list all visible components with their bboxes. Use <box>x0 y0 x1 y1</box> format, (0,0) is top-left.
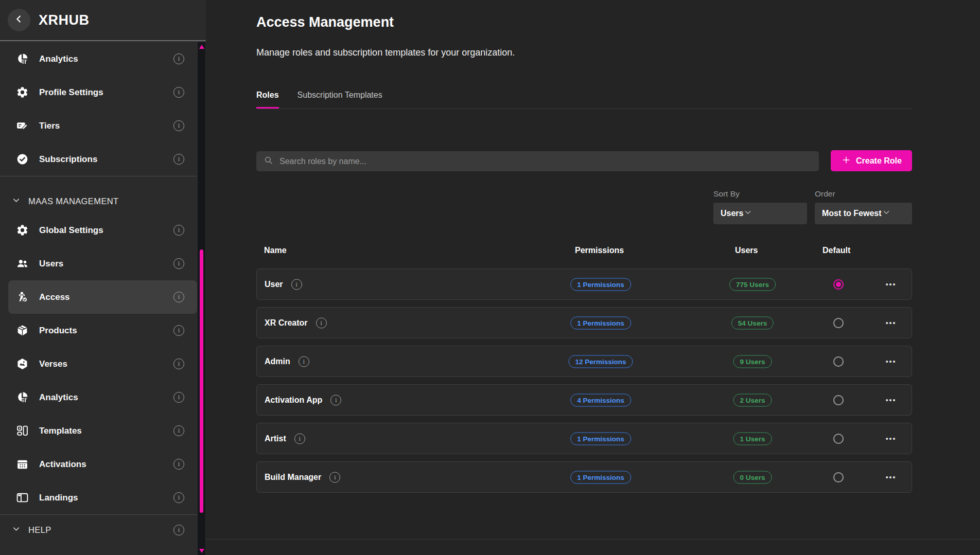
column-header-default: Default <box>822 246 850 255</box>
sidebar-section-maas-management[interactable]: MAAS MANAGEMENT <box>0 189 197 213</box>
users-badge[interactable]: 54 Users <box>731 316 774 329</box>
ellipsis-icon[interactable] <box>886 473 897 481</box>
order-dropdown[interactable]: Most to Fewest <box>815 203 912 224</box>
sidebar-item-analytics-maas[interactable]: Analytics <box>0 381 197 414</box>
sidebar-section-help[interactable]: HELP <box>0 515 197 545</box>
default-radio[interactable] <box>833 472 844 482</box>
permissions-badge[interactable]: 1 Permissions <box>570 316 631 329</box>
sidebar-item-templates[interactable]: Templates <box>0 414 197 447</box>
info-icon[interactable] <box>173 292 184 302</box>
ellipsis-icon[interactable] <box>886 357 897 366</box>
permissions-badge[interactable]: 4 Permissions <box>570 393 631 406</box>
info-icon[interactable] <box>173 392 184 403</box>
table-row: XR Creator 1 Permissions 54 Users <box>256 307 912 338</box>
table-row: Admin 12 Permissions 9 Users <box>256 346 912 377</box>
sidebar-item-landings[interactable]: Landings <box>0 481 197 514</box>
chevron-down-icon <box>882 208 891 219</box>
sidebar-item-tiers[interactable]: Tiers <box>0 109 197 142</box>
info-icon[interactable] <box>294 433 305 444</box>
sidebar: XRHUB Analytics Profile Settings Tiers S… <box>0 0 206 555</box>
info-icon[interactable] <box>330 395 341 405</box>
sidebar-divider <box>0 176 197 176</box>
default-radio[interactable] <box>833 279 844 290</box>
column-header-users: Users <box>735 246 758 255</box>
sidebar-item-subscriptions[interactable]: Subscriptions <box>0 142 197 176</box>
info-icon[interactable] <box>173 525 184 535</box>
sidebar-item-verses[interactable]: Verses <box>0 347 197 381</box>
gear-icon <box>15 86 29 99</box>
sidebar-item-global-settings[interactable]: Global Settings <box>0 213 197 247</box>
section-label: MAAS MANAGEMENT <box>28 196 119 206</box>
users-badge[interactable]: 775 Users <box>729 278 776 291</box>
info-icon[interactable] <box>173 459 184 470</box>
info-icon[interactable] <box>173 492 184 503</box>
create-role-button[interactable]: Create Role <box>831 150 912 171</box>
search-input[interactable] <box>279 157 812 166</box>
sidebar-item-label: Users <box>39 259 63 269</box>
sort-by-dropdown[interactable]: Users <box>713 203 807 224</box>
info-icon[interactable] <box>173 258 184 269</box>
users-badge[interactable]: 0 Users <box>733 471 772 484</box>
permissions-badge[interactable]: 1 Permissions <box>570 471 631 484</box>
sidebar-item-users[interactable]: Users <box>0 247 197 280</box>
tab-subscription-templates[interactable]: Subscription Templates <box>297 91 382 109</box>
sidebar-item-label: Analytics <box>39 392 78 403</box>
back-button[interactable] <box>8 9 30 31</box>
info-icon[interactable] <box>316 317 327 328</box>
info-icon[interactable] <box>173 225 184 236</box>
sidebar-item-label: Subscriptions <box>39 154 97 165</box>
ellipsis-icon[interactable] <box>886 435 897 443</box>
tab-bar: Roles Subscription Templates <box>256 91 912 109</box>
column-header-permissions: Permissions <box>575 246 624 255</box>
info-icon[interactable] <box>173 359 184 369</box>
tab-roles[interactable]: Roles <box>256 91 279 109</box>
default-radio[interactable] <box>833 434 844 444</box>
sidebar-item-label: Analytics <box>39 54 78 64</box>
info-icon[interactable] <box>173 53 184 64</box>
users-badge[interactable]: 2 Users <box>733 393 772 406</box>
role-name: XR Creator <box>265 318 308 328</box>
chevron-down-icon <box>743 208 752 219</box>
default-radio[interactable] <box>833 395 844 405</box>
users-badge[interactable]: 1 Users <box>733 432 772 445</box>
people-icon <box>15 257 29 271</box>
page-subtitle: Manage roles and subscription templates … <box>256 47 515 58</box>
info-icon[interactable] <box>173 87 184 98</box>
permissions-badge[interactable]: 12 Permissions <box>568 355 633 368</box>
sidebar-item-analytics[interactable]: Analytics <box>0 42 197 76</box>
info-icon[interactable] <box>291 279 302 290</box>
permissions-badge[interactable]: 1 Permissions <box>570 278 631 291</box>
role-name: User <box>265 280 283 289</box>
calendar-icon <box>15 458 29 471</box>
ellipsis-icon[interactable] <box>886 319 897 327</box>
sidebar-item-label: Templates <box>39 426 82 436</box>
app-logo: XRHUB <box>39 12 90 28</box>
scrollbar-thumb[interactable] <box>200 249 203 513</box>
permissions-badge[interactable]: 1 Permissions <box>570 432 631 445</box>
info-icon[interactable] <box>173 154 184 165</box>
table-row: Activation App 4 Permissions 2 Users <box>256 384 912 416</box>
chevron-down-icon <box>11 524 21 536</box>
main-content: Access Management Manage roles and subsc… <box>206 0 980 555</box>
grid-icon <box>15 424 29 438</box>
scroll-up-arrow-icon[interactable] <box>199 45 204 49</box>
ellipsis-icon[interactable] <box>886 396 897 404</box>
sidebar-item-activations[interactable]: Activations <box>0 447 197 481</box>
box-icon <box>15 324 29 337</box>
info-icon[interactable] <box>173 425 184 436</box>
info-icon[interactable] <box>329 472 340 482</box>
sidebar-item-profile-settings[interactable]: Profile Settings <box>0 76 197 109</box>
info-icon[interactable] <box>173 120 184 131</box>
default-radio[interactable] <box>833 318 844 328</box>
default-radio[interactable] <box>833 356 844 367</box>
info-icon[interactable] <box>299 356 309 367</box>
ellipsis-icon[interactable] <box>886 280 897 289</box>
users-badge[interactable]: 9 Users <box>733 355 772 368</box>
sidebar-scrollbar[interactable] <box>198 42 205 555</box>
sidebar-item-label: Profile Settings <box>39 87 103 98</box>
sidebar-item-label: Global Settings <box>39 225 103 236</box>
sidebar-item-products[interactable]: Products <box>0 314 197 347</box>
sidebar-item-access[interactable]: Access <box>8 280 197 314</box>
info-icon[interactable] <box>173 325 184 336</box>
scroll-down-arrow-icon[interactable] <box>199 549 204 553</box>
